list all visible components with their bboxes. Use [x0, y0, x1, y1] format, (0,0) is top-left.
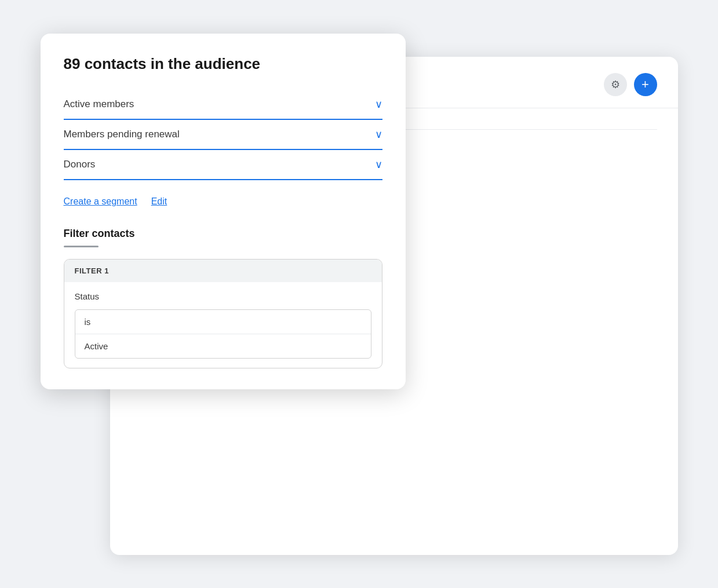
filter-box: FILTER 1 Status is Active: [64, 259, 382, 368]
audience-count: 89 contacts in the audience: [64, 54, 382, 74]
filter-section-title: Filter contacts: [64, 228, 382, 240]
segments-list: Active members ∨ Members pending renewal…: [64, 90, 382, 180]
filter-section: Filter contacts FILTER 1 Status is Activ…: [64, 228, 382, 368]
chevron-down-icon: ∨: [375, 128, 382, 141]
chevron-down-icon: ∨: [375, 158, 382, 171]
header-actions: ⚙ +: [604, 73, 657, 96]
filter-value-box: is Active: [75, 309, 371, 359]
filter-divider: [64, 246, 99, 247]
gear-icon: ⚙: [611, 78, 620, 91]
edit-link[interactable]: Edit: [151, 196, 167, 207]
filter-box-header: FILTER 1: [64, 260, 382, 282]
filter-field-label: Status: [75, 291, 371, 301]
segment-label-donors: Donors: [64, 159, 96, 170]
segment-item-donors[interactable]: Donors ∨: [64, 150, 382, 180]
segment-item-pending-renewal[interactable]: Members pending renewal ∨: [64, 120, 382, 150]
add-button[interactable]: +: [634, 73, 657, 96]
segment-label-pending-renewal: Members pending renewal: [64, 129, 180, 140]
segment-item-active-members[interactable]: Active members ∨: [64, 90, 382, 120]
add-icon: +: [642, 77, 649, 92]
filter-box-body: Status is Active: [64, 282, 382, 368]
gear-button[interactable]: ⚙: [604, 73, 627, 96]
filter-value-active[interactable]: Active: [75, 334, 371, 358]
chevron-down-icon: ∨: [375, 98, 382, 111]
filter-value-is[interactable]: is: [75, 310, 371, 334]
segment-label-active-members: Active members: [64, 98, 134, 110]
create-segment-link[interactable]: Create a segment: [64, 196, 137, 207]
segment-links: Create a segment Edit: [64, 196, 382, 207]
overlay-panel: 89 contacts in the audience Active membe…: [41, 34, 406, 390]
